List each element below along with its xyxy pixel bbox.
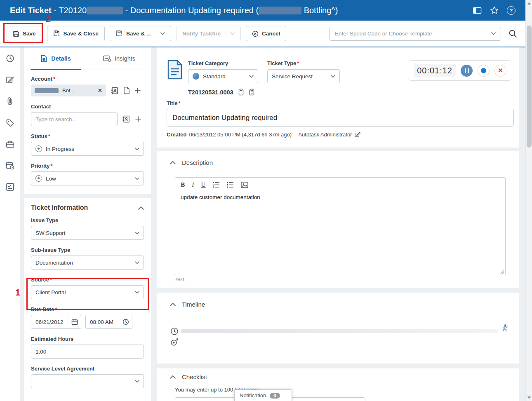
collapse-ticket-information[interactable] bbox=[138, 206, 144, 210]
status-select[interactable]: In Progress bbox=[31, 142, 144, 156]
source-label: Source* bbox=[31, 277, 144, 283]
contact-search-input[interactable] bbox=[31, 112, 118, 126]
details-fields: Account* Bot... ✕ Contact Status* bbox=[24, 70, 151, 191]
rail-charges-tag-icon[interactable] bbox=[6, 119, 14, 127]
collapse-timeline[interactable] bbox=[170, 303, 176, 306]
italic-button[interactable]: I bbox=[192, 181, 194, 188]
save-and-more-dropdown[interactable] bbox=[156, 32, 165, 35]
collapse-description[interactable] bbox=[170, 161, 176, 164]
due-date-label: Due Date* bbox=[31, 306, 144, 312]
timeline-progress-bar bbox=[181, 329, 498, 333]
ticket-category-label-text: Ticket Category bbox=[188, 60, 228, 66]
address-book-icon bbox=[111, 87, 119, 94]
add-account-icon[interactable] bbox=[134, 87, 141, 94]
calendar-icon bbox=[71, 319, 78, 325]
bullet-list-icon[interactable] bbox=[227, 181, 234, 188]
notification-popup[interactable]: Notification 0 bbox=[234, 389, 292, 401]
left-icon-rail bbox=[0, 47, 20, 401]
copy-ticket-details-icon[interactable] bbox=[249, 89, 255, 96]
account-label-text: Account bbox=[31, 76, 52, 82]
timer-pause-button[interactable] bbox=[461, 65, 473, 77]
help-icon[interactable]: ? bbox=[507, 6, 516, 15]
ticket-type-select[interactable]: Service Request bbox=[267, 69, 340, 83]
contact-label: Contact bbox=[31, 103, 144, 110]
estimated-hours-input[interactable] bbox=[31, 345, 144, 359]
issue-type-select[interactable]: SW:Support bbox=[31, 226, 144, 240]
account-chip[interactable]: Bot... ✕ bbox=[31, 84, 106, 96]
timer-record-button[interactable] bbox=[478, 65, 490, 77]
open-time-picker[interactable] bbox=[119, 315, 132, 328]
chevron-down-icon bbox=[491, 32, 496, 35]
page-title: Edit Ticket - T20120 - Documentation Upd… bbox=[10, 6, 338, 15]
notify-taskfire-dropdown[interactable] bbox=[226, 32, 235, 35]
source-select[interactable]: Client Portal bbox=[31, 285, 144, 299]
vertical-scrollbar[interactable] bbox=[525, 0, 532, 401]
priority-dropdown bbox=[135, 177, 139, 180]
due-time-group bbox=[85, 315, 132, 329]
speed-code-placeholder: Enter Speed Code or Choose Template bbox=[335, 30, 432, 37]
rail-services-toolbox-icon[interactable] bbox=[6, 140, 14, 148]
description-text[interactable]: update customer documentation bbox=[175, 190, 505, 204]
underline-button[interactable]: U bbox=[201, 181, 206, 188]
redacted-ticket-number bbox=[87, 7, 123, 14]
open-date-picker[interactable] bbox=[68, 315, 81, 328]
tab-insights[interactable]: Insights bbox=[87, 47, 151, 70]
bold-button[interactable]: B bbox=[181, 181, 185, 188]
contact-label-text: Contact bbox=[31, 103, 51, 110]
rail-todo-checklist-icon[interactable] bbox=[6, 183, 14, 191]
description-editor[interactable]: B I U update customer documentation bbox=[175, 177, 506, 275]
rail-schedule-calendar-icon[interactable] bbox=[6, 161, 14, 170]
notify-taskfire-button[interactable]: Notify Taskfire bbox=[176, 26, 241, 41]
timer-widget: 00:01:12 ✕ bbox=[408, 60, 512, 81]
notify-taskfire-label: Notify Taskfire bbox=[182, 30, 221, 37]
save-button[interactable]: Save bbox=[7, 26, 42, 41]
save-close-icon bbox=[53, 30, 60, 37]
rail-attachment-icon[interactable] bbox=[6, 97, 14, 106]
due-time-input[interactable] bbox=[86, 315, 119, 328]
sub-issue-type-label-text: Sub-Issue Type bbox=[31, 247, 70, 253]
due-date-label-text: Due Date bbox=[31, 306, 54, 312]
tab-details-label: Details bbox=[51, 55, 71, 62]
editor-resize-handle[interactable] bbox=[500, 270, 504, 274]
contact-lookup-icon[interactable] bbox=[122, 115, 130, 123]
sla-select[interactable] bbox=[31, 374, 144, 388]
favorite-star-icon[interactable] bbox=[490, 6, 499, 14]
status-label: Status* bbox=[31, 133, 144, 139]
account-lookup-icon[interactable] bbox=[111, 87, 119, 94]
account-page-icon[interactable] bbox=[123, 87, 130, 94]
due-date-row bbox=[31, 315, 144, 329]
title-input[interactable] bbox=[167, 109, 514, 127]
scroll-up-arrow-icon[interactable] bbox=[527, 2, 531, 5]
insert-image-icon[interactable] bbox=[241, 182, 248, 188]
scroll-down-arrow-icon[interactable] bbox=[527, 396, 531, 399]
due-date-group bbox=[31, 315, 81, 329]
speed-code-dropdown[interactable] bbox=[487, 32, 496, 35]
edit-created-icon[interactable] bbox=[354, 131, 361, 138]
account-chip-label: Bot... bbox=[62, 87, 75, 94]
sub-issue-type-select[interactable]: Documentation bbox=[31, 256, 144, 270]
required-marker: * bbox=[53, 76, 55, 82]
priority-select[interactable]: Low bbox=[31, 171, 144, 185]
add-contact-icon[interactable] bbox=[135, 116, 141, 122]
timer-stop-button[interactable]: ✕ bbox=[494, 65, 506, 77]
ticket-category-select[interactable]: Standard bbox=[188, 69, 258, 83]
tab-details[interactable]: Details bbox=[24, 47, 87, 70]
collapse-checklist[interactable] bbox=[170, 375, 176, 379]
rail-note-icon[interactable] bbox=[6, 75, 14, 84]
ticket-information-header: Ticket Information bbox=[24, 198, 151, 211]
remove-account-icon[interactable]: ✕ bbox=[98, 87, 102, 94]
scrollbar-thumb[interactable] bbox=[527, 26, 532, 148]
due-date-input[interactable] bbox=[31, 315, 68, 328]
rail-time-entry-icon[interactable] bbox=[6, 54, 14, 63]
save-and-close-button[interactable]: Save & Close bbox=[47, 26, 105, 41]
ticket-category-value: Standard bbox=[203, 73, 226, 80]
ticket-category-block: Ticket Category Standard bbox=[188, 60, 258, 83]
layout-toggle-icon[interactable] bbox=[473, 7, 482, 14]
cancel-button[interactable]: Cancel bbox=[246, 26, 286, 41]
search-button[interactable] bbox=[508, 29, 517, 38]
save-and-more-label: Save & ... bbox=[126, 30, 151, 37]
speed-code-combobox[interactable]: Enter Speed Code or Choose Template bbox=[330, 27, 501, 41]
ordered-list-icon[interactable] bbox=[213, 181, 220, 188]
copy-ticket-number-icon[interactable] bbox=[238, 89, 244, 96]
save-and-more-button[interactable]: Save & ... bbox=[110, 26, 171, 41]
